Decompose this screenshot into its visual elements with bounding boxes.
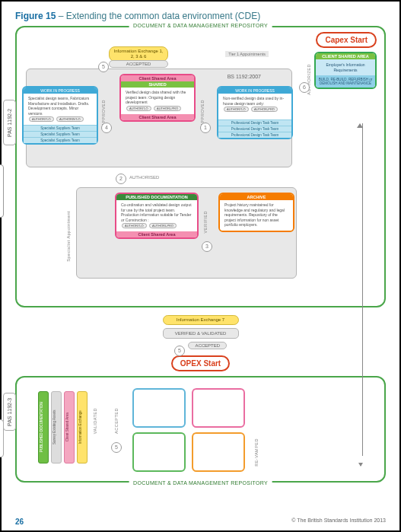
team-bar: Specialist Suppliers Team bbox=[24, 131, 97, 137]
shared-body: Verified design data shared with the pro… bbox=[121, 88, 194, 114]
mini-btn: AUTHORIT-O bbox=[122, 223, 147, 228]
mini-btn: AUTHORI-PRO bbox=[149, 223, 177, 228]
mini-btn: AUTHORIT-O bbox=[126, 106, 151, 111]
accepted-label-mid: ACCEPTED bbox=[188, 342, 227, 349]
circle-5-mid: 5 bbox=[174, 346, 185, 356]
suppliers-wip-body: Specialist design teams, Fabricators Man… bbox=[24, 94, 97, 125]
circle-1: 1 bbox=[200, 123, 211, 133]
validated-vlabel: VALIDATED bbox=[93, 408, 97, 434]
left-strip-stack: PUBLISHED DOCUMENTATION Survey Existing … bbox=[38, 391, 88, 464]
strip-client-shared: Client Shared Area bbox=[64, 391, 75, 464]
feedback-line bbox=[362, 123, 363, 456]
design-wip-header: WORK IN PROGRESS bbox=[218, 88, 291, 94]
info-exchange-7: Information Exchange 7 bbox=[163, 315, 239, 325]
client-shared-bar-bottom: Client Shared Area bbox=[121, 114, 194, 120]
archive-body: Project history maintained for knowledge… bbox=[220, 200, 293, 231]
figure-number: Figure 15 bbox=[15, 11, 56, 21]
opex-start-badge: OPEX Start bbox=[171, 355, 230, 371]
bs1192-label: BS 1192:2007 bbox=[228, 74, 261, 79]
opex-box-orange bbox=[192, 432, 245, 472]
eir-body: Employer's Information Requirements bbox=[316, 59, 375, 75]
client-shared-bar: Client Shared Area bbox=[116, 231, 197, 237]
circle-4: 4 bbox=[101, 123, 112, 133]
circle-6: 6 bbox=[299, 82, 310, 93]
suppliers-wip-header: WORK IN PROGRESS bbox=[24, 88, 97, 94]
between-zone: Information Exchange 7 VERIFIED & VALIDA… bbox=[15, 312, 386, 371]
design-wip-box: WORK IN PROGRESS Non-verified design dat… bbox=[217, 86, 293, 139]
published-doc-box: PUBLISHED DOCUMENTATION Co-ordination an… bbox=[115, 193, 199, 239]
revamped-vlabel: RE-VAMPED bbox=[254, 438, 259, 467]
accepted-label-top: ACCEPTED bbox=[109, 60, 168, 68]
opex-box-pink bbox=[192, 388, 245, 428]
archive-header: ARCHIVE bbox=[220, 194, 293, 200]
verified-validated-label: VERIFIED & VALIDATED bbox=[163, 328, 239, 339]
shared-bar: SHARED bbox=[121, 81, 194, 88]
suppliers-wip-box: WORK IN PROGRESS Specialist design teams… bbox=[22, 86, 98, 145]
mini-btn: AUTHORINT-O bbox=[56, 116, 84, 122]
opex-repository-box: DOCUMENT & DATA MANAGEMENT REPOSITORY PA… bbox=[15, 376, 386, 483]
strip-info-exchange: Information Exchange bbox=[77, 391, 88, 464]
circle-2: 2 bbox=[116, 174, 126, 184]
repo-label-bottom: DOCUMENT & DATA MANAGEMENT REPOSITORY bbox=[129, 480, 272, 486]
copyright: © The British Standards Institution 2013 bbox=[291, 518, 386, 526]
opex-box-blue bbox=[132, 388, 186, 428]
verified-vlabel: VERIFIED bbox=[203, 211, 208, 233]
team-bar: Professional Design Task Team bbox=[218, 132, 291, 138]
published-doc-body: Co-ordination and validated design outpu… bbox=[116, 200, 197, 231]
strip-survey: Survey Existing Assets bbox=[51, 391, 62, 464]
accepted-vlabel: ACCEPTED bbox=[114, 408, 119, 434]
build-body: BUILD, RE-BUILD, REFURBISH or DEMOLISH A… bbox=[316, 75, 375, 88]
strip-published: PUBLISHED DOCUMENTATION bbox=[38, 391, 49, 464]
figure-subtitle: – Extending the common data environment … bbox=[59, 11, 260, 21]
sidetab-pas-1192-3: PAS 1192-3 bbox=[3, 393, 16, 431]
specialist-appointment-vlabel: Specialist Appointment bbox=[66, 211, 71, 262]
lower-grey-panel: Specialist Appointment PUBLISHED DOCUMEN… bbox=[76, 187, 297, 279]
sidetab-capex: CAPEX bbox=[0, 164, 4, 218]
repo-label-top: DOCUMENT & DATA MANAGEMENT REPOSITORY bbox=[129, 23, 272, 28]
mini-btn: AUTHORIT-O bbox=[29, 116, 54, 122]
capex-repository-box: DOCUMENT & DATA MANAGEMENT REPOSITORY PA… bbox=[15, 26, 386, 307]
feedback-arrowhead-icon bbox=[357, 120, 363, 128]
page: Figure 15 – Extending the common data en… bbox=[0, 0, 401, 532]
client-shared-header: CLIENT SHARED AREA bbox=[316, 53, 375, 59]
client-shared-bar-top: Client Shared Area bbox=[121, 75, 194, 81]
team-bar: Professional Design Task Team bbox=[218, 126, 291, 132]
figure-title: Figure 15 – Extending the common data en… bbox=[15, 11, 386, 21]
mini-btn: AUTHORIT-O bbox=[224, 107, 249, 112]
mini-btn: AUTHOR-PRO bbox=[251, 107, 278, 112]
sidetab-opex: OPEX bbox=[0, 419, 4, 457]
archive-box: ARCHIVE Project history maintained for k… bbox=[218, 193, 294, 232]
sidetab-pas-1192-2: PAS 1192-2 bbox=[3, 100, 16, 145]
upper-grey-panel: Information Exchange 1, 2, 3 & 6 ACCEPTE… bbox=[26, 68, 292, 167]
circle-5-bottom: 5 bbox=[111, 442, 122, 453]
team-bar: Specialist Suppliers Team bbox=[24, 137, 97, 143]
design-wip-body: Non-verified design data used by in-hous… bbox=[218, 94, 291, 119]
footer: 26 © The British Standards Institution 2… bbox=[15, 518, 386, 526]
opex-box-green bbox=[132, 432, 186, 472]
team-bar: Professional Design Task Team bbox=[218, 119, 291, 126]
capex-start-badge: Capex Start bbox=[316, 32, 377, 48]
shared-box: Client Shared Area SHARED Verified desig… bbox=[119, 74, 196, 122]
page-number: 26 bbox=[15, 518, 24, 526]
circle-5-top: 5 bbox=[98, 62, 109, 72]
tier1-label: Tier 1 Appointments bbox=[225, 51, 269, 57]
team-bar: Specialist Suppliers Team bbox=[24, 125, 97, 131]
circle-3: 3 bbox=[202, 241, 212, 252]
client-shared-area-box: CLIENT SHARED AREA Employer's Informatio… bbox=[314, 52, 377, 89]
authorised-label: AUTHORISED bbox=[129, 175, 159, 180]
mini-btn: AUTHORI-PRO bbox=[154, 106, 181, 111]
published-doc-header: PUBLISHED DOCUMENTATION bbox=[116, 194, 197, 200]
arrow-connector bbox=[361, 465, 361, 466]
